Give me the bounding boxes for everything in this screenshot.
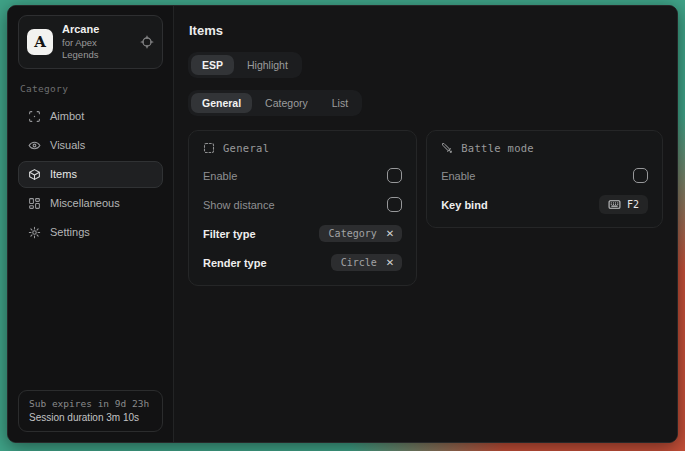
keybind-button[interactable]: F2	[599, 195, 648, 214]
keybind-value: F2	[627, 199, 639, 210]
clear-icon[interactable]: ✕	[386, 258, 394, 268]
setting-row-filter-type: Filter type Category ✕	[203, 224, 402, 243]
sidebar: A Arcane for Apex Legends Category Aimbo…	[8, 6, 174, 442]
filter-type-select[interactable]: Category ✕	[319, 225, 403, 242]
page-title: Items	[189, 23, 663, 38]
battle-mode-panel: Battle mode Enable Key bind F2	[426, 130, 663, 228]
setting-row-enable: Enable	[441, 166, 648, 185]
tab-highlight[interactable]: Highlight	[236, 55, 299, 75]
setting-label: Enable	[441, 170, 475, 182]
battle-enable-checkbox[interactable]	[633, 168, 648, 183]
grid-icon	[28, 197, 41, 210]
sidebar-item-visuals[interactable]: Visuals	[18, 132, 163, 159]
sidebar-nav: Aimbot Visuals Items	[18, 103, 163, 246]
box-select-icon	[203, 142, 215, 154]
keyboard-icon	[608, 198, 621, 211]
mode-tab-group: ESP Highlight	[188, 52, 302, 78]
app-title: Arcane	[62, 23, 131, 37]
setting-label: Render type	[203, 257, 267, 269]
tab-esp[interactable]: ESP	[191, 55, 234, 75]
swords-icon	[441, 142, 453, 154]
filter-type-value: Category	[329, 228, 377, 239]
box-icon	[28, 168, 41, 181]
setting-row-show-distance: Show distance	[203, 195, 402, 214]
clear-icon[interactable]: ✕	[386, 229, 394, 239]
view-tab-group: General Category List	[188, 90, 362, 116]
logo-card: A Arcane for Apex Legends	[18, 15, 163, 69]
show-distance-checkbox[interactable]	[387, 197, 402, 212]
target-icon[interactable]	[140, 35, 154, 49]
session-duration-text: Session duration 3m 10s	[29, 412, 152, 423]
tab-general[interactable]: General	[191, 93, 252, 113]
category-label: Category	[20, 83, 161, 94]
battle-mode-panel-header: Battle mode	[441, 142, 648, 154]
sidebar-item-label: Aimbot	[50, 110, 84, 122]
sidebar-item-items[interactable]: Items	[18, 161, 163, 188]
main-content: Items ESP Highlight General Category Lis…	[174, 6, 677, 442]
battle-mode-panel-title: Battle mode	[461, 142, 534, 154]
setting-label: Filter type	[203, 228, 256, 240]
subscription-info-box: Sub expires in 9d 23h Session duration 3…	[18, 390, 163, 432]
eye-icon	[28, 139, 41, 152]
setting-row-render-type: Render type Circle ✕	[203, 253, 402, 272]
sidebar-item-aimbot[interactable]: Aimbot	[18, 103, 163, 130]
setting-row-key-bind: Key bind F2	[441, 195, 648, 214]
app-subtitle: for Apex Legends	[62, 37, 131, 61]
app-logo: A	[27, 29, 53, 55]
sidebar-spacer	[18, 246, 163, 391]
sidebar-item-label: Settings	[50, 226, 90, 238]
setting-label: Enable	[203, 170, 237, 182]
sidebar-item-label: Miscellaneous	[50, 197, 120, 209]
render-type-value: Circle	[341, 257, 377, 268]
setting-label: Key bind	[441, 199, 487, 211]
crosshair-icon	[28, 110, 41, 123]
app-window: A Arcane for Apex Legends Category Aimbo…	[7, 5, 678, 443]
general-panel-title: General	[223, 142, 269, 154]
setting-label: Show distance	[203, 199, 275, 211]
general-panel-header: General	[203, 142, 402, 154]
logo-text: Arcane for Apex Legends	[62, 23, 131, 61]
sidebar-item-settings[interactable]: Settings	[18, 219, 163, 246]
setting-row-enable: Enable	[203, 166, 402, 185]
general-panel: General Enable Show distance Filter type…	[188, 130, 417, 286]
sidebar-item-miscellaneous[interactable]: Miscellaneous	[18, 190, 163, 217]
sub-expires-text: Sub expires in 9d 23h	[29, 398, 152, 409]
enable-checkbox[interactable]	[387, 168, 402, 183]
sidebar-item-label: Items	[50, 168, 77, 180]
tab-category[interactable]: Category	[254, 93, 319, 113]
sidebar-item-label: Visuals	[50, 139, 85, 151]
render-type-select[interactable]: Circle ✕	[331, 254, 403, 271]
gear-icon	[28, 226, 41, 239]
tab-list[interactable]: List	[321, 93, 359, 113]
